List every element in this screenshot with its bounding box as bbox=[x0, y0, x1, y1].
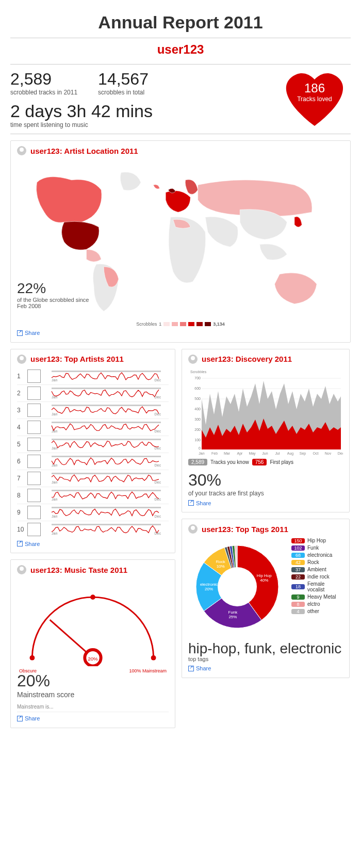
svg-text:Dec: Dec bbox=[155, 480, 161, 484]
artist-thumbnail bbox=[27, 369, 41, 383]
share-button[interactable]: Share bbox=[17, 327, 40, 336]
svg-text:100: 100 bbox=[194, 438, 201, 442]
share-icon bbox=[17, 716, 23, 721]
artist-row[interactable]: 10JanDec bbox=[17, 521, 169, 538]
svg-text:Rock10%: Rock10% bbox=[216, 559, 226, 569]
artist-rank: 9 bbox=[17, 509, 24, 516]
taste-percent-label: Mainstream score bbox=[17, 690, 169, 699]
share-icon bbox=[188, 666, 194, 671]
svg-text:May: May bbox=[249, 452, 256, 456]
svg-text:Dec: Dec bbox=[155, 446, 161, 450]
svg-text:Jan: Jan bbox=[52, 378, 57, 382]
svg-text:0: 0 bbox=[199, 446, 201, 450]
artist-rank: 8 bbox=[17, 492, 24, 499]
user-icon bbox=[17, 565, 26, 574]
svg-text:Jan: Jan bbox=[52, 532, 57, 535]
svg-text:Sep: Sep bbox=[300, 452, 306, 456]
map-percent: 22% of the Globe scrobbled since Feb 200… bbox=[17, 280, 89, 309]
tag-legend-item: 9Heavy Metal bbox=[291, 594, 343, 600]
svg-text:Jan: Jan bbox=[52, 395, 57, 399]
svg-point-68 bbox=[218, 567, 257, 606]
share-button[interactable]: Share bbox=[188, 662, 211, 671]
svg-text:Dec: Dec bbox=[155, 463, 161, 467]
svg-text:300: 300 bbox=[194, 417, 201, 421]
svg-rect-15 bbox=[52, 456, 161, 457]
map-legend: Scrobbles 1 3,134 bbox=[17, 322, 344, 327]
share-icon bbox=[17, 541, 23, 546]
svg-text:Mar: Mar bbox=[224, 452, 231, 455]
tag-legend-item: 150Hip Hop bbox=[291, 538, 343, 543]
svg-text:Feb: Feb bbox=[211, 452, 218, 455]
gauge-right-label: 100% Mainstream bbox=[129, 668, 167, 673]
artist-rank: 3 bbox=[17, 407, 24, 414]
artist-row[interactable]: 5JanDec bbox=[17, 436, 169, 453]
tag-legend-item: 18Female vocalist bbox=[291, 581, 343, 592]
badge-first-plays: 756 bbox=[252, 459, 267, 465]
tags-summary: hip-hop, funk, electronic bbox=[188, 641, 343, 656]
tags-legend: 150Hip Hop102Funk68electronica42Rock37Am… bbox=[291, 538, 343, 636]
svg-rect-6 bbox=[52, 405, 161, 406]
tags-donut: Hip Hop40%Funk25%electronic20%Rock10% bbox=[188, 538, 286, 636]
svg-text:Scrobbles: Scrobbles bbox=[190, 370, 207, 374]
user-icon bbox=[188, 355, 198, 364]
artist-thumbnail bbox=[27, 472, 41, 485]
svg-text:Jan: Jan bbox=[52, 429, 57, 433]
artist-rank: 6 bbox=[17, 458, 24, 465]
panel-title: user123: Music Taste 2011 bbox=[30, 566, 127, 574]
artist-thumbnail bbox=[27, 421, 41, 434]
username: user123 bbox=[10, 38, 351, 62]
svg-text:Jan: Jan bbox=[52, 515, 57, 518]
tag-legend-item: 102Funk bbox=[291, 545, 343, 551]
artist-row[interactable]: 6JanDec bbox=[17, 453, 169, 470]
share-button[interactable]: Share bbox=[17, 538, 40, 547]
artist-sparkline: JanDec bbox=[44, 456, 169, 467]
heart-loved: 186 Tracks loved bbox=[278, 67, 351, 128]
artist-sparkline: JanDec bbox=[44, 371, 169, 382]
artist-row[interactable]: 9JanDec bbox=[17, 504, 169, 521]
tags-summary-label: top tags bbox=[188, 656, 343, 662]
artist-thumbnail bbox=[27, 387, 41, 400]
svg-point-32 bbox=[151, 655, 156, 661]
artist-row[interactable]: 4JanDec bbox=[17, 419, 169, 436]
discovery-percent-label: of your tracks are first plays bbox=[188, 490, 343, 497]
svg-rect-24 bbox=[52, 507, 161, 508]
svg-text:Apr: Apr bbox=[237, 452, 243, 456]
artist-thumbnail bbox=[27, 438, 41, 451]
panel-music-taste: user123: Music Taste 2011 20% Obsc bbox=[10, 559, 175, 728]
panel-title: user123: Discovery 2011 bbox=[202, 355, 292, 363]
artist-thumbnail bbox=[27, 506, 41, 519]
discovery-percent: 30% bbox=[188, 471, 343, 490]
svg-text:Funk25%: Funk25% bbox=[228, 610, 238, 619]
artist-row[interactable]: 2JanDec bbox=[17, 385, 169, 402]
share-button[interactable]: Share bbox=[188, 497, 211, 506]
svg-text:Aug: Aug bbox=[287, 452, 294, 456]
panel-title: user123: Top Tags 2011 bbox=[202, 525, 288, 534]
artist-sparkline: JanDec bbox=[44, 473, 169, 484]
artist-thumbnail bbox=[27, 523, 41, 536]
artist-row[interactable]: 8JanDec bbox=[17, 487, 169, 504]
svg-text:Jan: Jan bbox=[52, 463, 57, 467]
panel-title: user123: Top Artists 2011 bbox=[30, 355, 124, 363]
artist-rank: 5 bbox=[17, 441, 24, 448]
svg-text:Oct: Oct bbox=[313, 452, 319, 455]
artist-sparkline: JanDec bbox=[44, 405, 169, 416]
stat-scrobbles-total: 14,567 scrobbles in total bbox=[98, 70, 149, 96]
svg-text:Dec: Dec bbox=[155, 378, 161, 382]
gauge-left-label: Obscure bbox=[19, 668, 37, 673]
artist-thumbnail bbox=[27, 404, 41, 417]
tag-legend-item: 68electronica bbox=[291, 552, 343, 558]
svg-text:Dec: Dec bbox=[155, 497, 161, 501]
svg-text:600: 600 bbox=[194, 387, 201, 390]
svg-text:Nov: Nov bbox=[325, 452, 332, 455]
svg-rect-18 bbox=[52, 473, 161, 474]
svg-rect-12 bbox=[52, 439, 161, 440]
user-icon bbox=[188, 524, 198, 534]
share-button[interactable]: Share bbox=[17, 712, 40, 721]
svg-text:Jul: Jul bbox=[275, 452, 280, 455]
taste-gauge: 20% Obscure 100% Mainstream bbox=[17, 578, 169, 671]
artist-row[interactable]: 3JanDec bbox=[17, 402, 169, 419]
artist-row[interactable]: 1JanDec bbox=[17, 368, 169, 385]
artist-row[interactable]: 7JanDec bbox=[17, 470, 169, 487]
svg-text:Dec: Dec bbox=[155, 412, 161, 416]
artist-rank: 7 bbox=[17, 475, 24, 482]
